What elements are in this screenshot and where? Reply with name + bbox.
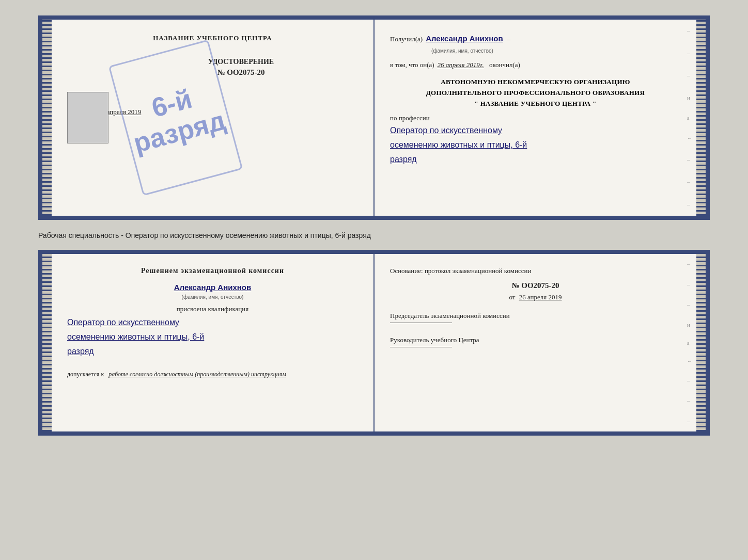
protocol-number: № OO2075-20 [390,281,681,290]
profession-line2: осеменению животных и птицы, 6-й [390,139,681,151]
osnovanie-label: Основание: протокол экзаменационной коми… [390,267,681,275]
dopuskaetsya-block: допускается к работе согласно должностны… [67,371,358,378]
protocol-date: 26 апреля 2019 [519,293,562,301]
predsedatel-label: Председатель экзаменационной комиссии [390,312,681,320]
org-line2: ДОПОЛНИТЕЛЬНОГО ПРОФЕССИОНАЛЬНОГО ОБРАЗО… [390,88,681,99]
dopuskaetsya-label: допускается к [67,371,104,378]
prisvoena-label: присвоена квалификация [67,305,358,313]
komissia-fio-label: (фамилия, имя, отчество) [67,294,358,300]
udostoverenie-label: УДОСТОВЕРЕНИЕ [124,58,358,66]
org-line1: АВТОНОМНУЮ НЕКОММЕРЧЕСКУЮ ОРГАНИЗАЦИЮ [390,77,681,88]
predsedatel-sig-line [390,323,452,323]
komissia-name-block: Александр Анихнов [67,283,358,292]
decision-right: Основание: протокол экзаменационной коми… [375,254,696,431]
recipient-line: Получил(а) Александр Анихнов – [390,34,681,43]
specialty-label: Рабочая специальность - Оператор по иску… [38,231,710,239]
cert-number: № OO2075-20 [124,68,358,77]
vydano-block: Выдано 26 апреля 2019 [67,108,358,116]
okonchil-label: окончил(а) [489,61,520,69]
org-line3: " НАЗВАНИЕ УЧЕБНОГО ЦЕНТРА " [390,99,681,109]
mp-label: М.П. [67,126,358,135]
komissia-title: Решением экзаменационной комиссии [67,267,358,275]
qualification-line2: осеменению животных и птицы, 6-й [67,331,358,343]
bottom-document: Решением экзаменационной комиссии Алекса… [38,250,710,436]
po-professii-label: по профессии [390,114,681,122]
protocol-date-prefix: от [509,293,515,301]
bottom-right-dashes: ––– и а ← ––– [687,254,692,431]
bottom-left-strip [42,254,52,431]
rukovoditel-sig-line [390,347,452,347]
recipient-name: Александр Анихнов [426,34,503,43]
org-block: АВТОНОМНУЮ НЕКОММЕРЧЕСКУЮ ОРГАНИЗАЦИЮ ДО… [390,77,681,109]
left-binding-strip [42,20,52,216]
right-binding-strip [696,20,706,216]
predsedatel-block: Председатель экзаменационной комиссии [390,312,681,323]
rukovoditel-block: Руководитель учебного Центра [390,336,681,347]
protocol-date-line: от 26 апреля 2019 [390,293,681,301]
training-center-title: НАЗВАНИЕ УЧЕБНОГО ЦЕНТРА [67,34,358,42]
dopuskaetsya-value: работе согласно должностным (производств… [108,371,286,378]
bottom-right-strip [696,254,706,431]
vtom-line: в том, что он(а) 26 апреля 2019г. окончи… [390,61,681,69]
qualification-line1: Оператор по искусственному [67,316,358,329]
photo-placeholder [67,92,108,143]
komissia-name: Александр Анихнов [174,283,252,292]
profession-line1: Оператор по искусственному [390,124,681,137]
certificate-right: Получил(а) Александр Анихнов – (фамилия,… [375,20,696,216]
qualification-line3: разряд [67,345,358,358]
profession-line3: разряд [390,153,681,166]
top-document: НАЗВАНИЕ УЧЕБНОГО ЦЕНТРА УДОСТОВЕРЕНИЕ №… [38,15,710,220]
right-dashes: ––– и а ← ––– [687,20,692,216]
decision-left: Решением экзаменационной комиссии Алекса… [52,254,375,431]
poluchil-label: Получил(а) [390,35,423,43]
vtom-date: 26 апреля 2019г. [438,61,484,69]
fio-label: (фамилия, имя, отчество) [431,48,493,54]
stamp-text: 6-йразряд [122,77,228,158]
rukovoditel-label: Руководитель учебного Центра [390,336,681,344]
certificate-left: НАЗВАНИЕ УЧЕБНОГО ЦЕНТРА УДОСТОВЕРЕНИЕ №… [52,20,375,216]
vtom-label: в том, что он(а) [390,61,434,69]
